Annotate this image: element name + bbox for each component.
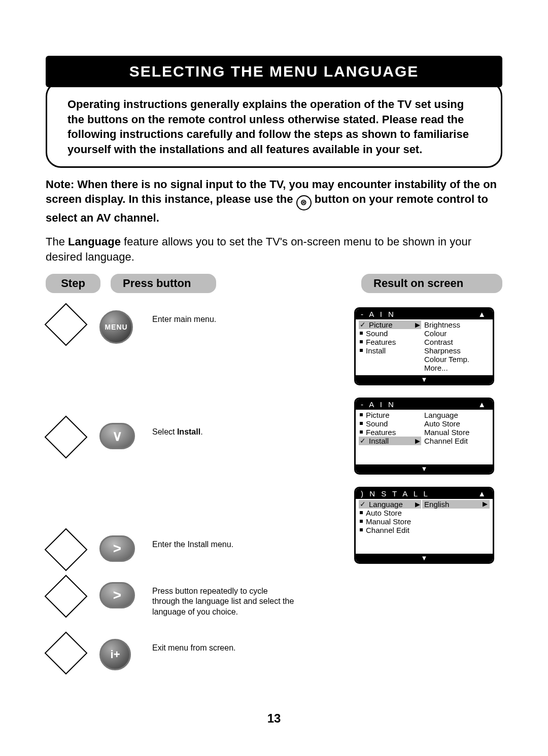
osd3-item-language: Language	[369, 500, 412, 509]
osd1-sub-colourtemp: Colour Temp.	[423, 355, 489, 364]
osd1-sub-contrast: Contrast	[423, 338, 489, 346]
osd1-item-sound: Sound	[366, 329, 388, 338]
col-result-header: Result on screen	[361, 274, 502, 293]
intro-box: Operating instructions generally explain…	[46, 81, 502, 168]
osd2-sub-autostore: Auto Store	[423, 419, 489, 428]
osd1-sub-sharpness: Sharpness	[423, 346, 489, 355]
osd2-sub-channeledit: Channel Edit	[423, 437, 489, 445]
bullet-icon	[360, 511, 363, 514]
up-arrow-icon: ▲	[478, 310, 488, 318]
bullet-icon	[360, 422, 363, 425]
action-1: Enter main menu.	[152, 307, 216, 325]
osd-main-menu: - A I N▲ ✓Picture▶ Sound Features Instal…	[354, 307, 494, 385]
check-icon: ✓	[360, 320, 366, 329]
section-title: SELECTING THE MENU LANGUAGE	[46, 56, 502, 87]
right-arrow-icon: ▶	[415, 500, 420, 508]
down-arrow-icon: ▼	[356, 554, 493, 562]
osd2-title: - A I N	[361, 400, 396, 409]
osd2-item-sound: Sound	[366, 419, 388, 428]
bullet-icon	[360, 520, 363, 523]
check-icon: ✓	[360, 500, 366, 508]
feature-description: The Language feature allows you to set t…	[46, 234, 502, 264]
a2-post: .	[200, 427, 202, 436]
right-arrow-icon: ▶	[415, 437, 420, 445]
note-text: Note: When there is no signal input to t…	[46, 177, 502, 226]
check-icon: ✓	[360, 437, 366, 445]
right-arrow-icon: ▶	[483, 500, 488, 509]
osd1-sub-brightness: Brightness	[423, 320, 489, 329]
action-5: Exit menu from screen.	[152, 636, 236, 654]
bullet-icon	[360, 349, 363, 352]
osd3-title: ) N S T A L L	[361, 489, 430, 498]
right-button-icon-1: >	[99, 535, 135, 562]
osd1-sub-more: More...	[423, 364, 489, 372]
down-arrow-icon: ▼	[356, 464, 493, 473]
step-diamond-1	[45, 303, 88, 346]
step-diamond-4	[45, 574, 88, 618]
a2-pre: Select	[152, 427, 177, 436]
action-4: Press button repeatedly to cycle through…	[152, 579, 294, 618]
down-button-icon: ∨	[99, 423, 135, 449]
osd3-item-manualstore: Manual Store	[366, 517, 411, 526]
bullet-icon	[360, 430, 363, 434]
osd1-item-features: Features	[366, 338, 396, 346]
osd3-item-autostore: Auto Store	[366, 509, 402, 517]
a2-bold: Install	[177, 427, 200, 436]
osd2-item-picture: Picture	[366, 411, 390, 419]
col-press-header: Press button	[111, 274, 216, 293]
down-arrow-icon: ▼	[356, 375, 493, 384]
up-arrow-icon: ▲	[478, 400, 488, 409]
osd2-item-install: Install	[369, 437, 412, 445]
up-arrow-icon: ▲	[478, 489, 488, 498]
osd2-sub-manualstore: Manual Store	[423, 428, 489, 437]
osd-install-menu: ) N S T A L L▲ ✓Language▶ Auto Store Man…	[354, 487, 494, 564]
osd1-item-picture: Picture	[369, 320, 412, 329]
col-step-header: Step	[46, 274, 100, 293]
step-diamond-3	[45, 528, 88, 571]
step-diamond-5	[45, 631, 88, 674]
action-3: Enter the Install menu.	[152, 532, 233, 550]
osd-install-highlight: - A I N▲ Picture Sound Features ✓Install…	[354, 398, 494, 475]
menu-button-icon: MENU	[99, 310, 133, 344]
osd2-item-features: Features	[366, 428, 396, 437]
osd3-sub-english: English	[424, 500, 449, 509]
osd2-sub-language: Language	[423, 411, 489, 419]
bullet-icon	[360, 413, 363, 416]
bullet-icon	[360, 528, 363, 531]
page-number: 13	[0, 711, 548, 726]
desc-pre: The	[46, 235, 68, 248]
desc-bold: Language	[68, 235, 121, 248]
right-button-icon-2: >	[99, 582, 135, 608]
instruction-table: Step Press button Result on screen MENU …	[46, 274, 502, 681]
input-select-icon: ⊜	[296, 195, 312, 210]
action-2: Select Install.	[152, 420, 203, 438]
osd1-title: - A I N	[361, 310, 396, 318]
bullet-icon	[360, 340, 363, 343]
step-diamond-2	[45, 415, 88, 458]
bullet-icon	[360, 332, 363, 335]
right-arrow-icon: ▶	[415, 321, 420, 329]
info-button-icon: i+	[99, 639, 131, 670]
osd3-item-channeledit: Channel Edit	[366, 526, 409, 534]
osd1-sub-colour: Colour	[423, 329, 489, 338]
osd1-item-install: Install	[366, 346, 386, 355]
